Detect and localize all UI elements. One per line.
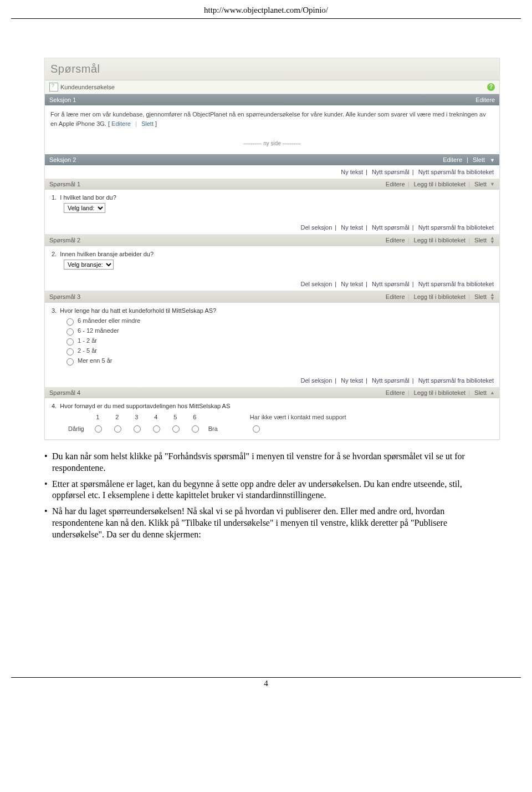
page-url: http://www.objectplanet.com/Opinio/ bbox=[11, 0, 521, 17]
question-2-header: Spørsmål 2 Editere| Legg til i bibliotek… bbox=[45, 234, 499, 246]
q3-edit[interactable]: Editere bbox=[386, 293, 405, 300]
q4-add-lib[interactable]: Legg til i biblioteket bbox=[414, 389, 466, 396]
section-1-header: Seksjon 1 Editere bbox=[45, 94, 499, 105]
section-2-delete[interactable]: Slett bbox=[473, 156, 485, 163]
q1-delete[interactable]: Slett bbox=[474, 181, 487, 187]
q2-add-lib[interactable]: Legg til i biblioteket bbox=[414, 237, 466, 243]
section-1-title: Seksjon 1 bbox=[49, 97, 76, 103]
q4-scale-radio[interactable] bbox=[114, 425, 121, 433]
q4-text: Hvor fornøyd er du med supportavdelingen… bbox=[60, 403, 230, 409]
question-4-header: Spørsmål 4 Editere| Legg til i bibliotek… bbox=[45, 387, 499, 398]
bullet-2: Etter at spørsmålene er laget, kan du be… bbox=[44, 479, 488, 502]
q4-scale-radio[interactable] bbox=[172, 425, 180, 433]
page-title: Spørsmål bbox=[45, 58, 499, 80]
question-3-title: Spørsmål 3 bbox=[49, 293, 80, 300]
section-1-inline-delete[interactable]: Slett bbox=[141, 120, 154, 127]
question-3-body: 3. Hvor lenge har du hatt et kundeforhol… bbox=[45, 303, 499, 374]
question-1-body: 1. I hvilket land bor du? Velg land: bbox=[45, 190, 499, 221]
top-rule bbox=[11, 18, 521, 19]
q3-delete[interactable]: Slett bbox=[474, 293, 487, 300]
section-2-title: Seksjon 2 bbox=[49, 156, 76, 163]
q3-reorder-arrows[interactable]: ▲▼ bbox=[490, 293, 495, 301]
page-number: 4 bbox=[11, 679, 521, 694]
bottom-rule bbox=[11, 677, 521, 678]
actions-row-3: Del seksjon| Ny tekst| Nytt spørsmål| Ny… bbox=[45, 277, 499, 291]
q3-add-lib[interactable]: Legg til i biblioteket bbox=[414, 293, 466, 300]
q4-rating-scale: 1 2 3 4 5 6 Har ikke vært i kontakt med … bbox=[64, 412, 350, 436]
q1-num: 1. bbox=[52, 194, 57, 201]
question-4-body: 4. Hvor fornøyd er du med supportavdelin… bbox=[45, 398, 499, 439]
question-1-title: Spørsmål 1 bbox=[49, 181, 80, 187]
section-2-edit[interactable]: Editere bbox=[443, 156, 462, 163]
bullet-1: Du kan når som helst klikke på "Forhånds… bbox=[44, 451, 488, 474]
q3-option[interactable]: Mer enn 5 år bbox=[64, 356, 493, 366]
q4-edit[interactable]: Editere bbox=[386, 389, 405, 396]
section-2-header: Seksjon 2 Editere | Slett ▼ bbox=[45, 154, 499, 165]
q4-na-label: Har ikke vært i kontakt med support bbox=[247, 413, 350, 422]
q4-reorder-arrows[interactable]: ▲ bbox=[490, 391, 495, 395]
page-separator: ---------- ny side ---------- bbox=[45, 133, 499, 154]
q3-num: 3. bbox=[52, 307, 57, 314]
new-question-from-lib-link[interactable]: Nytt spørsmål fra biblioteket bbox=[418, 169, 494, 175]
q1-reorder-arrows[interactable]: ▼ bbox=[490, 182, 495, 186]
section-1-inline-edit[interactable]: Editere bbox=[111, 120, 131, 127]
q2-edit[interactable]: Editere bbox=[386, 237, 405, 243]
q4-delete[interactable]: Slett bbox=[474, 389, 487, 396]
q3-option[interactable]: 1 - 2 år bbox=[64, 336, 493, 346]
q3-option[interactable]: 2 - 5 år bbox=[64, 346, 493, 356]
q2-reorder-arrows[interactable]: ▲▼ bbox=[490, 236, 495, 244]
q4-scale-radio[interactable] bbox=[134, 425, 141, 433]
q3-option[interactable]: 6 måneder eller mindre bbox=[64, 316, 493, 326]
survey-icon bbox=[49, 83, 58, 92]
question-2-body: 2. Innen hvilken bransje arbeider du? Ve… bbox=[45, 246, 499, 277]
q2-industry-select[interactable]: Velg bransje: bbox=[64, 260, 114, 270]
question-3-header: Spørsmål 3 Editere| Legg til i bibliotek… bbox=[45, 291, 499, 303]
q1-text: I hvilket land bor du? bbox=[60, 194, 116, 201]
ui-screenshot: Spørsmål Kundeundersøkelse ? Seksjon 1 E… bbox=[44, 58, 500, 440]
survey-name: Kundeundersøkelse bbox=[60, 84, 115, 90]
q4-scale-radio[interactable] bbox=[192, 425, 199, 433]
q4-num: 4. bbox=[52, 403, 57, 409]
actions-row-1: Ny tekst| Nytt spørsmål| Nytt spørsmål f… bbox=[45, 165, 499, 179]
actions-row-2: Del seksjon| Ny tekst| Nytt spørsmål| Ny… bbox=[45, 221, 499, 234]
q4-scale-radio[interactable] bbox=[153, 425, 160, 433]
section-1-body: For å lære mer om vår kundebase, gjennom… bbox=[45, 105, 499, 133]
survey-title-bar[interactable]: Kundeundersøkelse ? bbox=[45, 80, 499, 94]
document-body-text: Du kan når som helst klikke på "Forhånds… bbox=[44, 451, 488, 541]
new-text-link[interactable]: Ny tekst bbox=[341, 169, 363, 175]
q4-scale-left: Dårlig bbox=[65, 423, 88, 435]
help-icon[interactable]: ? bbox=[487, 83, 495, 91]
question-1-header: Spørsmål 1 Editere| Legg til i bibliotek… bbox=[45, 179, 499, 190]
q4-scale-radio[interactable] bbox=[95, 425, 102, 433]
chevron-down-icon[interactable]: ▼ bbox=[490, 158, 495, 163]
q1-add-lib[interactable]: Legg til i biblioteket bbox=[414, 181, 466, 187]
question-4-title: Spørsmål 4 bbox=[49, 389, 80, 396]
q4-scale-right: Bra bbox=[205, 423, 221, 435]
q3-text: Hvor lenge har du hatt et kundeforhold t… bbox=[60, 307, 216, 314]
question-2-title: Spørsmål 2 bbox=[49, 237, 80, 243]
q3-option[interactable]: 6 - 12 måneder bbox=[64, 326, 493, 336]
actions-row-4: Del seksjon| Ny tekst| Nytt spørsmål| Ny… bbox=[45, 374, 499, 387]
q2-delete[interactable]: Slett bbox=[474, 237, 487, 243]
section-1-edit[interactable]: Editere bbox=[475, 97, 495, 103]
q1-edit[interactable]: Editere bbox=[386, 181, 405, 187]
bullet-3: Nå har du laget spørreundersøkelsen! Nå … bbox=[44, 506, 488, 540]
q2-text: Innen hvilken bransje arbeider du? bbox=[60, 251, 154, 257]
q4-na-radio[interactable] bbox=[253, 425, 260, 433]
new-question-link[interactable]: Nytt spørsmål bbox=[372, 169, 410, 175]
split-section-link[interactable]: Del seksjon bbox=[300, 224, 332, 231]
q1-country-select[interactable]: Velg land: bbox=[64, 203, 105, 213]
q2-num: 2. bbox=[52, 251, 57, 257]
